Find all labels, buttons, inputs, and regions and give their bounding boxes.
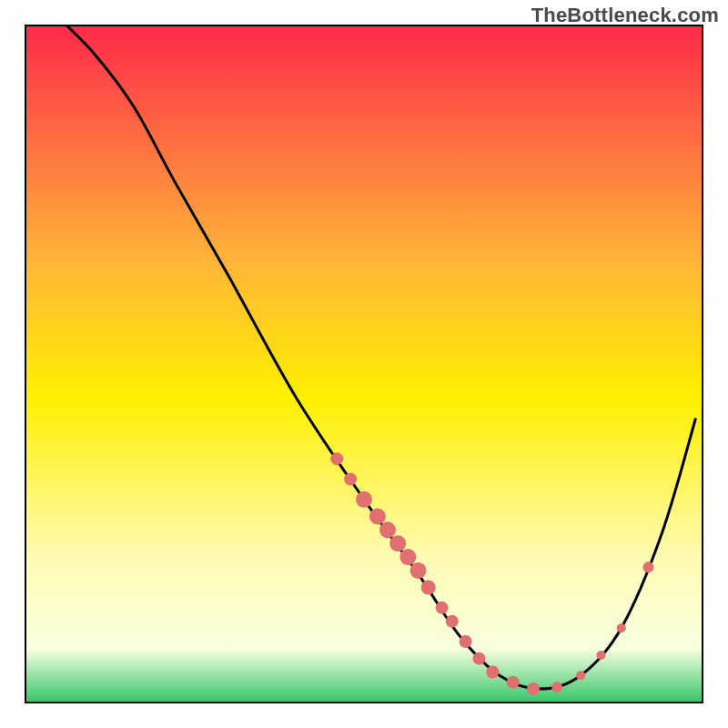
data-dot	[421, 581, 436, 595]
data-dot	[576, 671, 585, 680]
data-dot	[507, 676, 520, 689]
data-dot	[617, 623, 626, 632]
data-dot	[551, 682, 562, 693]
data-dot	[330, 452, 343, 465]
watermark-text: TheBottleneck.com	[531, 4, 719, 27]
data-dot	[356, 491, 372, 508]
data-dot	[344, 472, 357, 485]
data-dot	[399, 549, 416, 565]
bottleneck-chart	[0, 0, 728, 728]
chart-container: TheBottleneck.com	[0, 0, 728, 728]
data-dot	[389, 535, 406, 551]
data-dot	[379, 521, 396, 538]
data-dot	[642, 561, 653, 572]
data-dot	[410, 562, 427, 579]
data-dot	[436, 602, 449, 614]
data-dot	[446, 615, 459, 628]
data-dot	[486, 666, 499, 679]
data-dot	[460, 635, 472, 648]
gradient-background	[25, 25, 703, 703]
data-dot	[369, 508, 386, 524]
data-dot	[472, 652, 485, 665]
data-dot	[596, 651, 605, 660]
data-dot	[527, 682, 540, 695]
